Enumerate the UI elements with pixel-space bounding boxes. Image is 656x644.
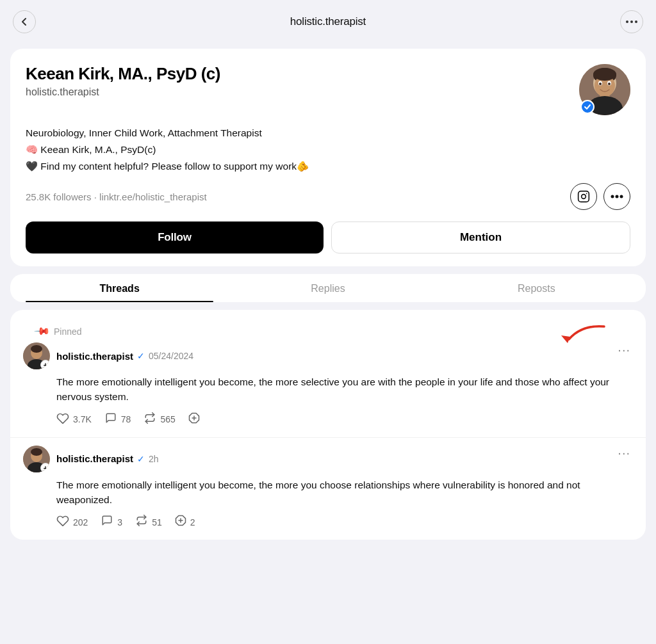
bio-line-1: Neurobiology, Inner Child Work, Attachme… [26,125,630,141]
back-button[interactable] [13,10,36,33]
posts-section: 📌 Pinned [10,310,646,540]
like-count-1: 3.7K [73,414,92,424]
post-author-row-2: + holistic.therapist ✓ 2h [23,446,159,472]
pinned-row: 📌 Pinned [23,318,633,342]
tab-threads[interactable]: Threads [15,274,224,302]
post-time-1: 05/24/2024 [149,351,193,361]
tabs-bar: Threads Replies Reposts [10,274,646,302]
comment-action-1[interactable]: 78 [104,412,131,427]
more-social-button[interactable] [603,183,630,210]
profile-bio: Neurobiology, Inner Child Work, Attachme… [26,125,630,174]
second-post: + holistic.therapist ✓ 2h ··· The more e… [10,438,646,540]
comment-icon-1 [104,412,117,427]
avatar-plus-icon-1[interactable]: + [40,360,50,369]
avatar-plus-icon-2[interactable]: + [40,463,50,472]
repost-icon-2 [135,515,148,529]
tab-reposts[interactable]: Reposts [432,274,641,302]
post-content-2: The more emotionally intelligent you bec… [56,478,633,508]
svg-point-17 [611,195,614,198]
verified-badge [580,100,594,114]
post-more-2[interactable]: ··· [615,446,633,460]
share-icon-1 [188,412,200,427]
svg-marker-20 [561,335,570,343]
post-content-1: The more emotionally intelligent you bec… [56,374,633,405]
repost-count-2: 51 [152,517,162,527]
repost-action-2[interactable]: 51 [135,515,162,529]
share-action-2[interactable]: 2 [175,515,195,529]
bio-line-2: 🧠 Keean Kirk, M.A., PsyD(c) [26,142,630,157]
share-action-1[interactable] [188,412,200,427]
svg-point-15 [582,195,586,199]
top-nav: holistic.therapist [0,0,656,44]
follow-button[interactable]: Follow [26,221,324,254]
profile-link[interactable]: linktr.ee/holistic_therapist [99,191,207,202]
post-username-2: holistic.therapist [56,453,133,464]
post-avatar-2: + [23,446,50,472]
nav-title: holistic.therapist [290,15,366,28]
pinned-arrow [550,321,607,346]
svg-point-13 [593,68,616,81]
profile-info: Keean Kirk, MA., PsyD (c) holistic.thera… [26,64,220,98]
like-count-2: 202 [73,517,88,527]
comment-count-2: 3 [117,517,122,527]
tab-replies[interactable]: Replies [224,274,432,302]
heart-icon-1 [56,412,69,427]
post-username-1: holistic.therapist [56,351,133,362]
profile-stats: 25.8K followers · linktr.ee/holistic_the… [26,191,207,202]
profile-handle: holistic.therapist [26,86,220,98]
social-icons [570,183,630,210]
post-time-2: 2h [149,454,159,464]
repost-action-1[interactable]: 565 [144,412,175,427]
repost-icon-1 [144,412,156,427]
svg-point-16 [586,193,587,195]
post-more-1[interactable]: ··· [615,342,633,357]
like-action-2[interactable]: 202 [56,515,88,529]
bio-line-3: 🖤 Find my content helpful? Please follow… [26,159,630,174]
post-avatar-1: + [23,342,50,369]
svg-point-19 [620,195,623,198]
svg-point-18 [616,195,619,198]
post-header-1: + holistic.therapist ✓ 05/24/2024 ··· [23,342,633,369]
share-count-2: 2 [190,517,195,527]
pin-icon: 📌 [33,323,51,341]
pinned-label: Pinned [54,326,82,337]
svg-point-23 [31,345,42,353]
meta-separator: · [94,191,99,202]
svg-point-0 [626,20,628,23]
avatar-wrapper [579,64,630,115]
followers-count: 25.8K followers [26,191,92,202]
comment-icon-2 [101,515,113,529]
svg-point-2 [635,20,637,23]
comment-count-1: 78 [121,414,131,424]
pinned-post: 📌 Pinned [10,310,646,438]
post-author-info-2: holistic.therapist ✓ 2h [56,453,159,464]
post-actions-1: 3.7K 78 [56,412,633,427]
mention-button[interactable]: Mention [331,221,630,254]
post-verified-1: ✓ [137,351,145,361]
post-author-row-1: + holistic.therapist ✓ 05/24/2024 [23,342,193,369]
profile-header: Keean Kirk, MA., PsyD (c) holistic.thera… [26,64,630,115]
profile-card: Keean Kirk, MA., PsyD (c) holistic.thera… [10,49,646,266]
post-actions-2: 202 3 [56,515,633,529]
profile-meta: 25.8K followers · linktr.ee/holistic_the… [26,183,630,210]
like-action-1[interactable]: 3.7K [56,412,92,427]
svg-point-10 [608,83,611,85]
repost-count-1: 565 [160,414,175,424]
post-header-2: + holistic.therapist ✓ 2h ··· [23,446,633,472]
instagram-button[interactable] [570,183,597,210]
svg-point-9 [599,83,602,85]
share-icon-2 [175,515,186,529]
svg-point-1 [630,20,633,23]
more-button[interactable] [620,10,643,33]
post-verified-2: ✓ [137,454,145,464]
post-author-info-1: holistic.therapist ✓ 05/24/2024 [56,351,193,362]
heart-icon-2 [56,515,69,529]
svg-point-30 [31,448,42,456]
svg-rect-14 [578,191,589,202]
comment-action-2[interactable]: 3 [101,515,122,529]
action-buttons: Follow Mention [26,221,630,266]
profile-name: Keean Kirk, MA., PsyD (c) [26,64,220,84]
